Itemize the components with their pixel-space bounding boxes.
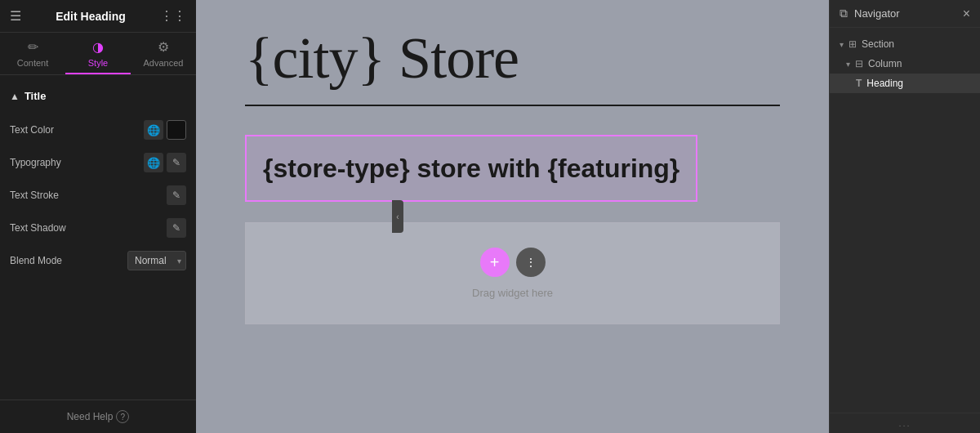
nav-item-heading[interactable]: T Heading — [830, 74, 980, 93]
navigator-title: Navigator — [854, 7, 900, 20]
nav-item-section[interactable]: ▾ ⊞ Section — [830, 34, 980, 54]
text-shadow-label: Text Shadow — [10, 222, 66, 234]
text-color-swatch[interactable] — [167, 120, 186, 140]
nav-column-label: Column — [868, 58, 902, 69]
nav-section-label: Section — [862, 38, 894, 50]
heading-type-icon: T — [856, 78, 862, 89]
panel-title: Edit Heading — [21, 10, 160, 23]
blend-mode-row: Blend Mode Normal Multiply Screen Overla… — [0, 244, 196, 277]
tab-content[interactable]: ✏ Content — [0, 33, 65, 74]
heading-widget-text: {store-type} store with {featuring} — [263, 153, 679, 184]
section-icon: ⊞ — [849, 38, 857, 50]
main-canvas: {city} Store {store-type} store with {fe… — [196, 0, 829, 433]
canvas-divider — [245, 105, 780, 106]
typography-label: Typography — [10, 157, 61, 168]
blend-mode-label: Blend Mode — [10, 255, 62, 266]
panel-header: ☰ Edit Heading ⋮⋮ — [0, 0, 196, 33]
tab-style[interactable]: ◑ Style — [65, 33, 131, 74]
nav-item-column[interactable]: ▾ ⊟ Column — [830, 54, 980, 74]
text-stroke-row: Text Stroke ✎ — [0, 179, 196, 212]
text-stroke-controls: ✎ — [167, 185, 186, 205]
navigator-close-btn[interactable]: × — [963, 7, 970, 20]
heading-widget[interactable]: {store-type} store with {featuring} — [245, 135, 697, 202]
style-tab-icon: ◑ — [92, 39, 104, 55]
panel-content: ▲ Title Text Color 🌐 Typography 🌐 ✎ Text… — [0, 75, 196, 400]
nav-footer-dots: ... — [898, 418, 911, 428]
need-help-link[interactable]: Need Help ? — [10, 410, 186, 423]
typography-row: Typography 🌐 ✎ — [0, 146, 196, 179]
help-question-icon: ? — [116, 410, 129, 423]
text-stroke-pencil-btn[interactable]: ✎ — [167, 185, 186, 205]
text-color-label: Text Color — [10, 124, 54, 136]
page-heading: {city} Store — [196, 0, 829, 92]
tab-advanced[interactable]: ⚙ Advanced — [131, 33, 196, 74]
typography-pencil-btn[interactable]: ✎ — [167, 153, 186, 172]
tab-advanced-label: Advanced — [144, 58, 184, 68]
tab-content-label: Content — [17, 58, 49, 68]
text-color-controls: 🌐 — [144, 120, 186, 140]
nav-header-left: ⧉ Navigator — [840, 7, 900, 20]
navigator-panel: ⧉ Navigator × ▾ ⊞ Section ▾ ⊟ Column T H… — [829, 0, 980, 433]
left-panel: ☰ Edit Heading ⋮⋮ ✏ Content ◑ Style ⚙ Ad… — [0, 0, 196, 433]
main-wrapper: ‹ {city} Store {store-type} store with {… — [196, 0, 980, 433]
advanced-tab-icon: ⚙ — [158, 39, 169, 55]
drop-zone-add-btn[interactable]: + — [480, 248, 510, 277]
nav-header: ⧉ Navigator × — [830, 0, 980, 28]
blend-mode-select[interactable]: Normal Multiply Screen Overlay Darken Li… — [127, 251, 186, 270]
drop-zone-buttons: + ⋮ — [480, 248, 546, 277]
text-stroke-label: Text Stroke — [10, 190, 59, 201]
blend-mode-select-wrapper: Normal Multiply Screen Overlay Darken Li… — [127, 251, 186, 270]
tab-style-label: Style — [88, 58, 108, 68]
need-help-text: Need Help — [67, 411, 114, 422]
navigator-tree: ▾ ⊞ Section ▾ ⊟ Column T Heading — [830, 28, 980, 413]
text-shadow-row: Text Shadow ✎ — [0, 212, 196, 244]
text-shadow-pencil-btn[interactable]: ✎ — [167, 218, 186, 238]
text-shadow-controls: ✎ — [167, 218, 186, 238]
column-icon: ⊟ — [855, 58, 863, 69]
hamburger-icon[interactable]: ☰ — [10, 8, 21, 24]
nav-heading-label: Heading — [866, 78, 903, 89]
section-title: ▲ Title — [0, 85, 196, 107]
blend-mode-controls: Normal Multiply Screen Overlay Darken Li… — [127, 251, 186, 270]
column-chevron-icon: ▾ — [846, 60, 850, 69]
navigator-icon: ⧉ — [840, 7, 848, 20]
panel-footer: Need Help ? — [0, 400, 196, 433]
drop-zone: + ⋮ Drag widget here — [245, 222, 780, 324]
section-chevron-icon: ▾ — [840, 40, 844, 49]
typography-controls: 🌐 ✎ — [144, 153, 186, 172]
drop-zone-label: Drag widget here — [472, 287, 553, 299]
panel-tabs: ✏ Content ◑ Style ⚙ Advanced — [0, 33, 196, 75]
content-tab-icon: ✏ — [28, 39, 38, 55]
text-color-row: Text Color 🌐 — [0, 114, 196, 146]
typography-globe-btn[interactable]: 🌐 — [144, 153, 163, 172]
section-title-text: Title — [24, 90, 47, 102]
section-title-icon: ▲ — [10, 91, 20, 102]
drop-zone-handle-btn[interactable]: ⋮ — [516, 248, 546, 277]
grid-icon[interactable]: ⋮⋮ — [160, 8, 186, 24]
navigator-footer: ... — [830, 413, 980, 433]
text-color-globe-btn[interactable]: 🌐 — [144, 120, 163, 140]
panel-collapse-handle[interactable]: ‹ — [392, 200, 403, 233]
